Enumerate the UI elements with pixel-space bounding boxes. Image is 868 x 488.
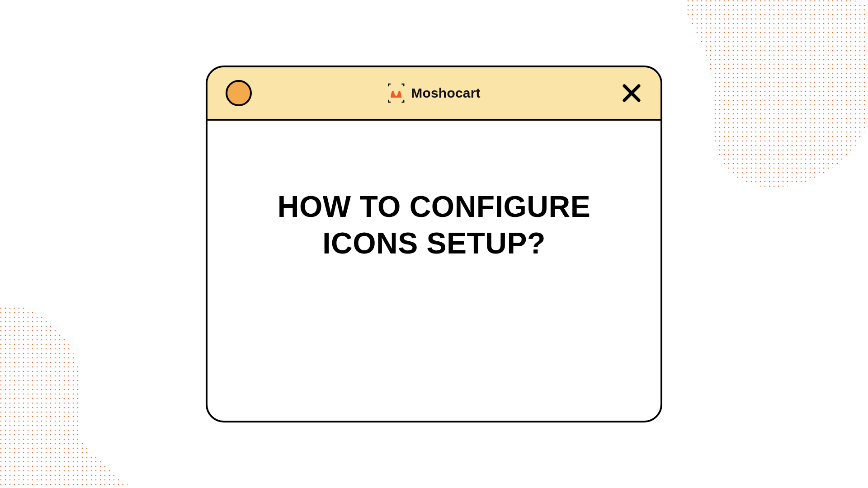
brand: Moshocart: [387, 83, 481, 103]
window-card: Moshocart HOW TO CONFIGURE ICONS SETUP?: [206, 66, 662, 422]
decorative-dots-top-right: [660, 0, 868, 208]
brand-logo-icon: [387, 83, 405, 103]
brand-name: Moshocart: [411, 85, 481, 101]
window-content: HOW TO CONFIGURE ICONS SETUP?: [208, 121, 660, 421]
page-heading: HOW TO CONFIGURE ICONS SETUP?: [253, 188, 615, 261]
close-button[interactable]: [621, 82, 642, 104]
titlebar: Moshocart: [208, 67, 660, 121]
circle-button[interactable]: [226, 80, 252, 106]
close-icon: [622, 83, 642, 103]
decorative-dots-bottom-left: [0, 289, 163, 488]
